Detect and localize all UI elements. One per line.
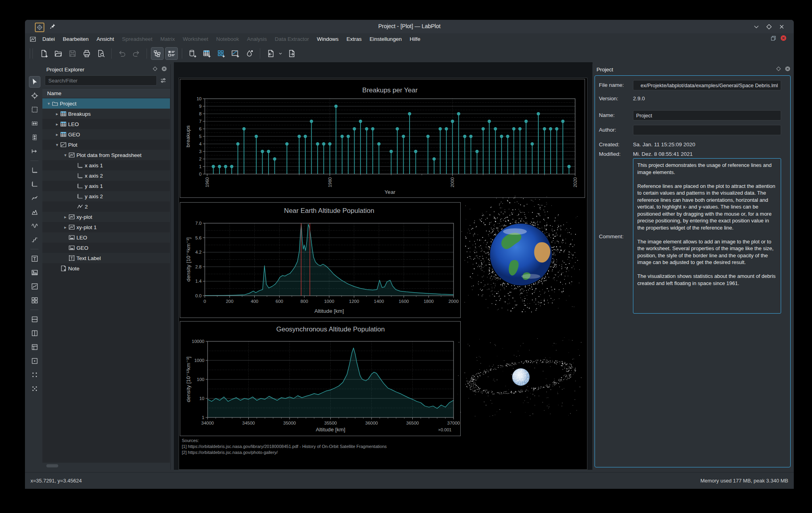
add-fourier-curve-tool-button[interactable]	[29, 220, 40, 232]
add-xy-curve-tool-button[interactable]	[29, 192, 40, 204]
menu-ansicht[interactable]: Ansicht	[93, 34, 118, 44]
geosynchronous-altitude-plot[interactable]: 1101001000100003400034500350003550036000…	[180, 321, 461, 436]
image-icon	[69, 245, 76, 251]
tree-item-2[interactable]: 2	[42, 201, 170, 212]
tree-expander-icon[interactable]: ▸	[62, 225, 69, 230]
tree-item-plot-data-from-spreadsheet[interactable]: ▾Plot data from Spreadsheet	[42, 150, 170, 160]
export-button[interactable]	[286, 47, 298, 60]
earth-debris-cloud-image[interactable]	[461, 195, 580, 314]
file-name-field[interactable]	[633, 80, 781, 90]
add-histogram-tool-button[interactable]	[29, 206, 40, 218]
titlebar[interactable]: Project - [Plot] — LabPlot	[25, 20, 794, 33]
tree-item-leo[interactable]: LEO	[42, 232, 170, 243]
search-input[interactable]	[45, 75, 157, 86]
breakups-per-year-plot[interactable]: 1960198020002020012345678910Breakups per…	[180, 79, 585, 198]
tree-item-x-axis-2[interactable]: x axis 2	[42, 170, 170, 181]
import-data-dropdown-chevron-icon[interactable]	[277, 47, 284, 60]
color-theme-button[interactable]	[243, 47, 256, 60]
tree-item-x-axis-1[interactable]: x axis 1	[42, 160, 170, 170]
spreadsheet-icon	[60, 121, 68, 127]
layout-box-4-tool-button[interactable]	[29, 355, 40, 367]
filter-options-icon[interactable]	[158, 76, 168, 85]
tree-item-y-axis-2[interactable]: y axis 2	[42, 191, 170, 201]
tree-expander-icon[interactable]: ▸	[54, 122, 60, 127]
layout-box-2-tool-button[interactable]	[29, 327, 40, 339]
tree-item-project[interactable]: ▾Project	[42, 98, 170, 109]
properties-header[interactable]: Project	[593, 64, 794, 75]
menu-windows[interactable]: Windows	[313, 34, 343, 44]
sources-text-label[interactable]: Sources: [1] https://orbitaldebris.jsc.n…	[182, 438, 387, 456]
document-new-button[interactable]	[38, 47, 50, 60]
tree-item-text-label[interactable]: Text Label	[42, 253, 170, 263]
tree-item-leo[interactable]: ▸LEO	[42, 119, 170, 129]
zoom-y-select-tool-button[interactable]	[29, 132, 40, 143]
menu-datei[interactable]: Datei	[38, 34, 59, 44]
tree-expander-icon[interactable]: ▸	[62, 214, 69, 220]
tree-expander-icon[interactable]: ▾	[46, 101, 52, 106]
close-dock-icon[interactable]	[161, 66, 167, 73]
new-spreadsheet-button[interactable]	[200, 47, 213, 60]
mdi-close-icon[interactable]	[780, 35, 787, 42]
svg-text:37000: 37000	[447, 421, 460, 425]
maximize-window-button[interactable]	[765, 23, 772, 30]
new-workbook-button[interactable]	[186, 47, 199, 60]
snap-points-tool-button[interactable]	[29, 369, 40, 381]
document-open-button[interactable]	[52, 47, 65, 60]
add-x-axis-tool-button[interactable]	[29, 165, 40, 176]
project-explorer-header[interactable]: Project Explorer	[42, 64, 170, 75]
menu-einstellungen[interactable]: Einstellungen	[366, 34, 406, 44]
tree-item-breakups[interactable]: ▸Breakups	[42, 109, 170, 119]
zoom-x-select-tool-button[interactable]	[29, 118, 40, 129]
menu-hilfe[interactable]: Hilfe	[406, 34, 424, 44]
tree-expander-icon[interactable]: ▾	[54, 142, 60, 147]
tree-item-plot[interactable]: ▾Plot	[42, 140, 170, 150]
document-print-button[interactable]	[80, 47, 93, 60]
import-data-button[interactable]	[264, 47, 277, 60]
name-field[interactable]	[633, 110, 781, 121]
add-text-label-tool-button[interactable]	[29, 253, 40, 264]
tree-expander-icon[interactable]: ▸	[54, 111, 60, 117]
new-worksheet-button[interactable]	[229, 47, 242, 60]
crosshair-tool-button[interactable]	[29, 90, 40, 101]
toolbar-handle[interactable]	[30, 48, 33, 59]
tree-item-y-axis-1[interactable]: y axis 1	[42, 181, 170, 191]
tree-expander-icon[interactable]: ▾	[62, 153, 69, 158]
shade-window-button[interactable]	[753, 23, 760, 30]
layout-box-1-tool-button[interactable]	[29, 314, 40, 325]
new-matrix-button[interactable]	[215, 47, 227, 60]
print-preview-button[interactable]	[95, 47, 107, 60]
more-points-tool-button[interactable]	[29, 383, 40, 394]
menu-bearbeiten[interactable]: Bearbeiten	[59, 34, 93, 44]
tree-item-geo[interactable]: GEO	[42, 243, 170, 253]
toggle-properties-explorer-button[interactable]	[165, 47, 178, 60]
menu-extras[interactable]: Extras	[343, 34, 366, 44]
tree-item-note[interactable]: Note	[42, 263, 170, 274]
close-dock-icon[interactable]	[785, 66, 791, 73]
pointer-tool-button[interactable]	[29, 76, 40, 88]
add-y-axis-tool-button[interactable]	[29, 178, 40, 190]
add-image-tool-button[interactable]	[29, 267, 40, 278]
tree-expander-icon[interactable]: ▸	[54, 132, 60, 137]
add-four-plots-tool-button[interactable]	[29, 295, 40, 306]
tree-item-xy-plot[interactable]: ▸xy-plot	[42, 212, 170, 222]
earth-debris-ring-image[interactable]	[457, 337, 584, 417]
float-dock-icon[interactable]	[776, 66, 781, 73]
add-plot-area-tool-button[interactable]	[29, 281, 40, 292]
tree-horizontal-scrollbar[interactable]	[46, 464, 58, 467]
svg-text:density [10⁻¹²km⁻³]: density [10⁻¹²km⁻³]	[185, 357, 191, 402]
mdi-restore-icon[interactable]	[770, 35, 776, 42]
tree-item-xy-plot-1[interactable]: ▸xy-plot 1	[42, 222, 170, 232]
tree-item-geo[interactable]: ▸GEO	[42, 129, 170, 140]
add-step-curve-tool-button[interactable]	[29, 234, 40, 245]
worksheet-page[interactable]: 1960198020002020012345678910Breakups per…	[179, 78, 587, 470]
comment-field[interactable]: This project demonstrates the usage of r…	[633, 158, 781, 314]
close-window-button[interactable]	[778, 23, 785, 30]
near-earth-altitude-plot[interactable]: 0.01.42.84.25.67.00200400600800100012001…	[180, 202, 461, 318]
float-dock-icon[interactable]	[152, 66, 158, 73]
author-field[interactable]	[633, 125, 781, 135]
layout-box-3-tool-button[interactable]	[29, 341, 40, 353]
zoom-select-tool-button[interactable]	[29, 104, 40, 115]
toggle-project-explorer-button[interactable]	[151, 47, 164, 60]
shift-view-tool-button[interactable]	[29, 145, 40, 157]
tree-column-header[interactable]: Name	[42, 88, 170, 98]
